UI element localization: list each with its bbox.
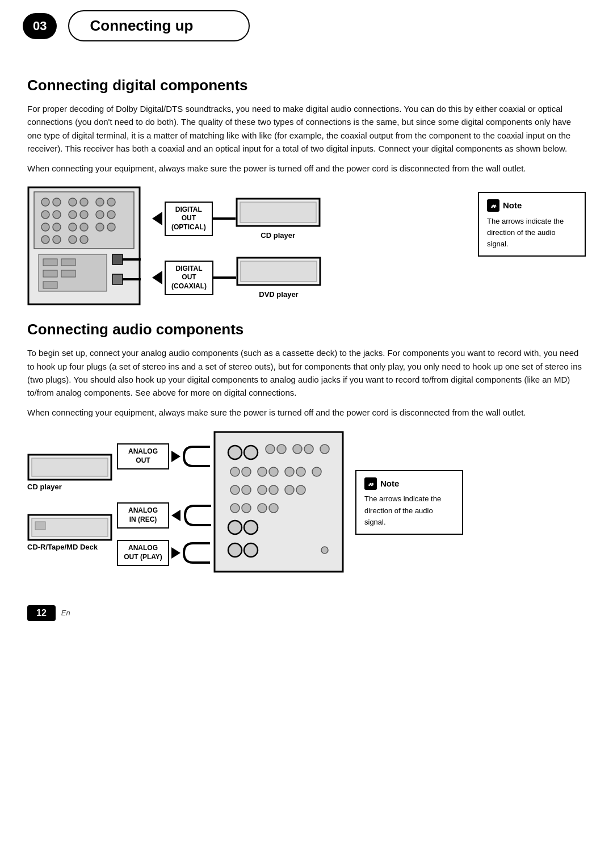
analog-out-play-conn: ANALOG OUT (PLAY) [117, 538, 213, 568]
language-label: En [61, 609, 70, 617]
note-icon-digital: 𝓃 [487, 199, 499, 212]
svg-rect-39 [32, 458, 108, 476]
svg-point-66 [242, 504, 251, 513]
svg-rect-33 [43, 282, 57, 288]
page-number: 12 [27, 605, 56, 621]
svg-point-2 [41, 198, 49, 206]
svg-point-72 [244, 543, 258, 557]
svg-point-4 [69, 198, 77, 206]
analog-out-play-label: ANALOG OUT (PLAY) [117, 540, 169, 565]
dvd-player-illustration [236, 257, 321, 286]
svg-point-9 [53, 211, 61, 219]
cd-player-analog-illustration [27, 454, 112, 481]
svg-point-68 [269, 504, 278, 513]
digital-connections-middle: DIGITAL OUT (OPTICAL) CD player [152, 186, 455, 299]
svg-point-46 [244, 446, 258, 459]
svg-point-52 [230, 467, 240, 476]
digital-diagram: DIGITAL OUT (OPTICAL) CD player [27, 186, 586, 307]
analog-out-arrow [171, 451, 180, 462]
optical-connection-row: DIGITAL OUT (OPTICAL) CD player [152, 198, 455, 240]
analog-out-label: ANALOG OUT [117, 443, 169, 469]
analog-connectors-middle: ANALOG OUT ANALOG IN (REC) [117, 437, 213, 568]
svg-point-45 [228, 446, 242, 459]
svg-point-22 [69, 236, 77, 244]
svg-point-23 [80, 236, 88, 244]
svg-point-5 [80, 198, 88, 206]
analog-in-rec-arrow [171, 510, 180, 521]
cdr-deck-label: CD-R/Tape/MD Deck [27, 543, 98, 551]
svg-point-12 [96, 211, 104, 219]
svg-point-61 [258, 485, 267, 494]
svg-rect-24 [112, 254, 123, 265]
svg-point-50 [304, 445, 313, 454]
svg-point-15 [53, 223, 61, 231]
svg-point-7 [107, 198, 115, 206]
svg-point-60 [242, 485, 251, 494]
svg-rect-30 [61, 259, 75, 266]
coaxial-connection-row: DIGITAL OUT (COAXIAL) DVD player [152, 257, 455, 299]
coaxial-line [213, 276, 236, 279]
svg-point-62 [269, 485, 278, 494]
analog-note-box: 𝓃 Note The arrows indicate the direction… [355, 470, 463, 535]
digital-paragraph-1: For proper decoding of Dolby Digital/DTS… [27, 102, 586, 155]
digital-note-title: 𝓃 Note [487, 199, 577, 212]
svg-point-57 [296, 467, 305, 476]
svg-point-53 [242, 467, 251, 476]
chapter-number-badge: 03 [23, 13, 57, 39]
svg-point-16 [69, 223, 77, 231]
chapter-title: Connecting up [68, 10, 250, 41]
svg-point-59 [230, 485, 240, 494]
svg-point-6 [96, 198, 104, 206]
receiver-panel-digital [27, 186, 141, 307]
page-footer: 12 En [0, 599, 613, 627]
svg-rect-35 [240, 202, 316, 223]
svg-point-56 [285, 467, 294, 476]
svg-rect-26 [112, 274, 123, 284]
digital-note-text: The arrows indicate the direction of the… [487, 216, 577, 250]
cdr-deck-illustration [27, 514, 112, 541]
audio-paragraph-2: When connecting your equipment, always m… [27, 406, 586, 419]
dvd-player-box-digital: DVD player [236, 257, 321, 299]
svg-point-65 [230, 504, 240, 513]
audio-section-title: Connecting audio components [27, 321, 586, 338]
analog-out-play-connector [182, 538, 212, 568]
svg-point-47 [266, 445, 275, 454]
coaxial-arrow [152, 271, 162, 284]
svg-point-64 [296, 485, 305, 494]
dvd-player-label: DVD player [236, 290, 321, 299]
svg-point-67 [258, 504, 267, 513]
svg-point-10 [69, 211, 77, 219]
main-content: Connecting digital components For proper… [0, 41, 613, 599]
svg-point-14 [41, 223, 49, 231]
svg-point-17 [80, 223, 88, 231]
svg-point-13 [107, 211, 115, 219]
analog-in-rec-label: ANALOG IN (REC) [117, 502, 169, 528]
svg-rect-42 [35, 522, 45, 530]
svg-point-49 [293, 445, 302, 454]
svg-point-58 [312, 467, 321, 476]
svg-point-20 [41, 236, 49, 244]
svg-point-63 [285, 485, 294, 494]
svg-rect-37 [241, 261, 317, 282]
svg-point-21 [53, 236, 61, 244]
audio-paragraph-1: To begin set up, connect your analog aud… [27, 346, 586, 399]
analog-out-play-arrow [171, 547, 180, 559]
svg-point-48 [277, 445, 286, 454]
note-icon-analog: 𝓃 [364, 477, 377, 490]
svg-point-8 [41, 211, 49, 219]
svg-point-18 [96, 223, 104, 231]
optical-line [213, 217, 236, 220]
receiver-illustration-digital [27, 186, 141, 305]
svg-point-19 [107, 223, 115, 231]
analog-in-rec-conn: ANALOG IN (REC) [117, 500, 213, 531]
svg-point-55 [269, 467, 278, 476]
analog-out-play-row: ANALOG OUT (PLAY) [117, 538, 213, 568]
cd-player-analog-label: CD player [27, 483, 62, 491]
page-header: 03 Connecting up [0, 0, 613, 41]
svg-point-70 [244, 521, 258, 534]
cd-player-illustration [236, 198, 321, 227]
analog-in-rec-row: ANALOG IN (REC) [117, 500, 213, 531]
cdr-deck-box: CD-R/Tape/MD Deck [27, 514, 112, 551]
svg-point-54 [258, 467, 267, 476]
analog-note-title: 𝓃 Note [364, 477, 454, 490]
